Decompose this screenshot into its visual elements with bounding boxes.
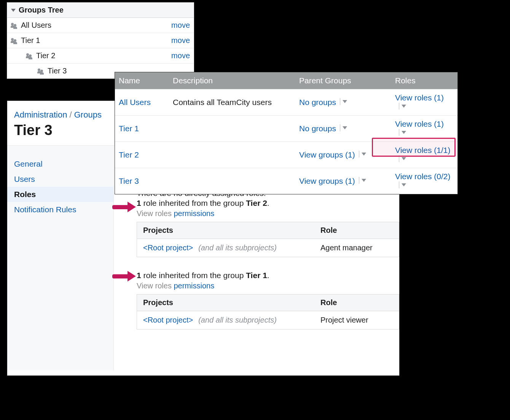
list-row-tier1: Tier 1 No groups View roles (1) bbox=[115, 115, 457, 142]
dropdown-icon[interactable] bbox=[397, 155, 406, 162]
annotation-arrow-icon bbox=[112, 202, 139, 212]
group-icon bbox=[38, 68, 45, 74]
subprojects-note: (and all its subprojects) bbox=[198, 316, 277, 324]
tree-row-all-users[interactable]: All Users move bbox=[7, 18, 194, 33]
role-cell: Agent manager bbox=[314, 239, 399, 257]
view-roles-link[interactable]: View roles (1) bbox=[395, 119, 444, 128]
parent-groups-link[interactable]: No groups bbox=[299, 124, 336, 133]
group-description bbox=[169, 177, 295, 185]
sidebar-item-roles[interactable]: Roles bbox=[7, 187, 113, 202]
th-role: Role bbox=[314, 294, 399, 311]
group-icon bbox=[11, 38, 18, 43]
groups-tree-header[interactable]: Groups Tree bbox=[7, 3, 194, 18]
view-roles-permissions-1: View roles permissions bbox=[137, 209, 399, 218]
dropdown-icon[interactable] bbox=[397, 129, 406, 136]
move-link[interactable]: move bbox=[171, 21, 190, 30]
list-row-all-users: All Users Contains all TeamCity users No… bbox=[115, 89, 457, 115]
group-name-link[interactable]: Tier 1 bbox=[119, 124, 139, 133]
th-projects: Projects bbox=[137, 294, 315, 311]
dropdown-icon[interactable] bbox=[397, 103, 406, 110]
group-icon bbox=[26, 53, 33, 59]
group-description bbox=[169, 151, 295, 159]
sidebar-item-general[interactable]: General bbox=[7, 156, 113, 172]
role-cell: Project viewer bbox=[314, 311, 399, 329]
parent-groups-link[interactable]: View groups (1) bbox=[299, 177, 355, 185]
inherited-2-text: 1 role inherited from the group Tier 1. bbox=[137, 271, 399, 280]
tree-item-label: Tier 3 bbox=[48, 67, 67, 75]
group-name-link[interactable]: Tier 2 bbox=[119, 150, 139, 159]
dropdown-icon[interactable] bbox=[338, 124, 347, 131]
groups-list-table: Name Description Parent Groups Roles All… bbox=[115, 72, 458, 194]
root-project-link[interactable]: <Root project> bbox=[143, 316, 193, 324]
dropdown-icon[interactable] bbox=[357, 151, 366, 158]
view-roles-link[interactable]: View roles (0/2) bbox=[395, 172, 451, 181]
parent-groups-link[interactable]: View groups (1) bbox=[299, 150, 355, 159]
group-description bbox=[169, 125, 295, 132]
table-row: <Root project>(and all its subprojects) … bbox=[137, 239, 399, 257]
move-link[interactable]: move bbox=[171, 51, 190, 60]
group-description: Contains all TeamCity users bbox=[169, 94, 295, 111]
tree-row-tier1[interactable]: Tier 1 move bbox=[7, 33, 194, 48]
th-role: Role bbox=[314, 222, 399, 239]
th-projects: Projects bbox=[137, 222, 315, 239]
sidebar-item-notification-rules[interactable]: Notification Rules bbox=[7, 202, 113, 217]
list-row-tier3: Tier 3 View groups (1) View roles (0/2) bbox=[115, 168, 457, 194]
view-roles-link[interactable]: View roles (1/1) bbox=[395, 146, 451, 154]
side-nav: General Users Roles Notification Rules bbox=[7, 146, 114, 370]
move-link[interactable]: move bbox=[171, 36, 190, 45]
groups-tree-panel: Groups Tree All Users move Tier 1 move T… bbox=[7, 2, 194, 79]
tree-item-label: Tier 1 bbox=[21, 36, 40, 45]
dropdown-icon[interactable] bbox=[357, 177, 366, 184]
permissions-link[interactable]: permissions bbox=[174, 209, 214, 218]
subprojects-note: (and all its subprojects) bbox=[198, 243, 277, 252]
dropdown-icon[interactable] bbox=[397, 181, 406, 188]
annotation-arrow-icon bbox=[112, 271, 139, 282]
group-icon bbox=[11, 23, 18, 28]
breadcrumb-groups[interactable]: Groups bbox=[74, 110, 102, 119]
view-roles-link[interactable]: View roles (1) bbox=[395, 93, 444, 102]
collapse-icon bbox=[11, 9, 16, 12]
th-name: Name bbox=[115, 72, 169, 89]
inherited-roles-table-2: ProjectsRole <Root project>(and all its … bbox=[137, 294, 399, 329]
root-project-link[interactable]: <Root project> bbox=[143, 243, 193, 252]
table-row: <Root project>(and all its subprojects) … bbox=[137, 311, 399, 329]
parent-groups-link[interactable]: No groups bbox=[299, 98, 336, 107]
th-parent-groups: Parent Groups bbox=[295, 72, 391, 89]
dropdown-icon[interactable] bbox=[338, 98, 347, 105]
view-roles-permissions-2: View roles permissions bbox=[137, 282, 399, 290]
breadcrumb-admin[interactable]: Administration bbox=[14, 110, 67, 119]
sidebar-item-users[interactable]: Users bbox=[7, 172, 113, 187]
tree-row-tier2[interactable]: Tier 2 move bbox=[7, 48, 194, 64]
list-row-tier2: Tier 2 View groups (1) View roles (1/1) bbox=[115, 142, 457, 168]
tree-item-label: Tier 2 bbox=[36, 51, 55, 60]
groups-list-header: Name Description Parent Groups Roles bbox=[115, 72, 457, 89]
inherited-roles-table-1: ProjectsRole <Root project>(and all its … bbox=[137, 222, 399, 257]
th-roles: Roles bbox=[391, 72, 457, 89]
tree-item-label: All Users bbox=[21, 21, 51, 30]
groups-tree-title: Groups Tree bbox=[19, 6, 64, 14]
group-name-link[interactable]: All Users bbox=[119, 98, 151, 107]
th-description: Description bbox=[169, 72, 295, 89]
permissions-link[interactable]: permissions bbox=[174, 282, 214, 290]
inherited-1-text: 1 role inherited from the group Tier 2. bbox=[137, 199, 399, 208]
group-name-link[interactable]: Tier 3 bbox=[119, 177, 139, 185]
